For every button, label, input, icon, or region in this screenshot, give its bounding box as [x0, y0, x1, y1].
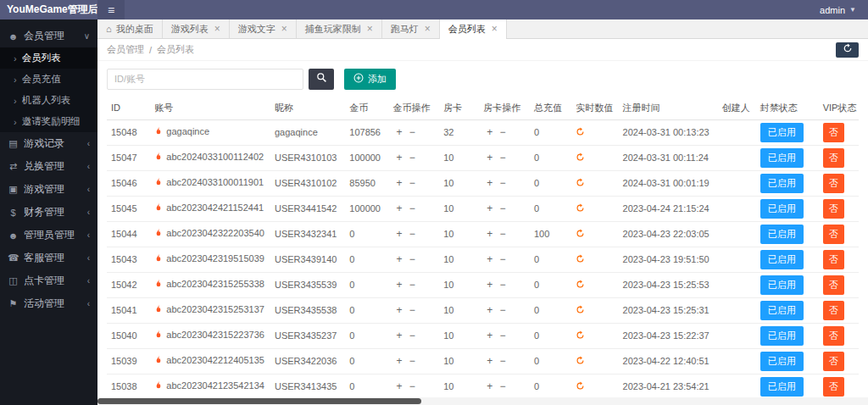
sidebar-item-admin-management[interactable]: ☻管理员管理‹ — [0, 224, 97, 247]
tab-member-list[interactable]: 会员列表× — [440, 19, 507, 38]
roomcard-plus-button[interactable]: + — [483, 330, 496, 341]
sidebar-item-game-records[interactable]: ▤游戏记录‹ — [0, 132, 97, 155]
gold-plus-button[interactable]: + — [393, 304, 406, 316]
gold-minus-button[interactable]: − — [406, 228, 419, 240]
tab-game-list[interactable]: 游戏列表× — [163, 19, 230, 38]
close-icon[interactable]: × — [367, 23, 373, 35]
vip-status-button[interactable]: 否 — [823, 250, 844, 269]
realtime-refresh-icon[interactable] — [576, 203, 585, 214]
gold-plus-button[interactable]: + — [393, 202, 406, 214]
gold-plus-button[interactable]: + — [393, 228, 406, 240]
vip-status-button[interactable]: 否 — [823, 174, 844, 193]
close-icon[interactable]: × — [214, 23, 220, 35]
roomcard-minus-button[interactable]: − — [496, 202, 509, 214]
close-icon[interactable]: × — [281, 23, 287, 35]
vip-status-button[interactable]: 否 — [823, 352, 844, 371]
gold-minus-button[interactable]: − — [406, 330, 419, 341]
gold-minus-button[interactable]: − — [406, 202, 419, 214]
roomcard-plus-button[interactable]: + — [483, 202, 496, 214]
gold-minus-button[interactable]: − — [406, 304, 419, 316]
roomcard-plus-button[interactable]: + — [483, 253, 496, 265]
roomcard-plus-button[interactable]: + — [483, 126, 496, 138]
realtime-refresh-icon[interactable] — [576, 153, 585, 164]
realtime-refresh-icon[interactable] — [576, 381, 585, 392]
realtime-refresh-icon[interactable] — [576, 305, 585, 316]
vip-status-button[interactable]: 否 — [823, 326, 844, 346]
tab-game-text[interactable]: 游戏文字× — [230, 19, 297, 38]
gold-plus-button[interactable]: + — [393, 355, 406, 367]
close-icon[interactable]: × — [492, 23, 498, 35]
add-button[interactable]: 添加 — [344, 69, 396, 90]
sidebar-subitem-invite-reward-detail[interactable]: ›邀请奖励明细 — [0, 111, 97, 132]
gold-minus-button[interactable]: − — [406, 355, 419, 367]
ban-status-button[interactable]: 已启用 — [760, 123, 804, 142]
roomcard-minus-button[interactable]: − — [496, 330, 509, 341]
gold-plus-button[interactable]: + — [393, 152, 406, 164]
gold-minus-button[interactable]: − — [406, 253, 419, 265]
gold-plus-button[interactable]: + — [393, 279, 406, 291]
sidebar-item-exchange-management[interactable]: ⇄兑换管理‹ — [0, 155, 97, 178]
sidebar-subitem-robot-list[interactable]: ›机器人列表 — [0, 90, 97, 111]
roomcard-minus-button[interactable]: − — [496, 126, 509, 138]
roomcard-plus-button[interactable]: + — [483, 177, 496, 189]
vip-status-button[interactable]: 否 — [823, 225, 844, 244]
gold-plus-button[interactable]: + — [393, 380, 406, 392]
ban-status-button[interactable]: 已启用 — [760, 326, 804, 346]
gold-minus-button[interactable]: − — [406, 152, 419, 164]
sidebar-item-member-management[interactable]: ☻会员管理∨ — [0, 25, 97, 47]
roomcard-minus-button[interactable]: − — [496, 228, 509, 240]
gold-plus-button[interactable]: + — [393, 330, 406, 341]
roomcard-plus-button[interactable]: + — [483, 355, 496, 367]
ban-status-button[interactable]: 已启用 — [760, 250, 804, 269]
horizontal-scrollbar-thumb[interactable] — [97, 398, 421, 404]
ban-status-button[interactable]: 已启用 — [760, 352, 804, 371]
gold-plus-button[interactable]: + — [393, 126, 406, 138]
realtime-refresh-icon[interactable] — [576, 127, 585, 138]
search-input[interactable] — [107, 69, 303, 90]
sidebar-item-service-management[interactable]: ☎客服管理‹ — [0, 247, 97, 269]
roomcard-plus-button[interactable]: + — [483, 228, 496, 240]
vip-status-button[interactable]: 否 — [823, 148, 844, 168]
sidebar-toggle-button[interactable]: ≡ — [97, 0, 125, 19]
refresh-button[interactable] — [836, 42, 859, 58]
ban-status-button[interactable]: 已启用 — [760, 301, 804, 320]
ban-status-button[interactable]: 已启用 — [760, 174, 804, 193]
gold-plus-button[interactable]: + — [393, 253, 406, 265]
tab-fishing-player-limit[interactable]: 捕鱼玩家限制× — [297, 19, 382, 38]
ban-status-button[interactable]: 已启用 — [760, 199, 804, 219]
gold-minus-button[interactable]: − — [406, 177, 419, 189]
realtime-refresh-icon[interactable] — [576, 330, 585, 341]
realtime-refresh-icon[interactable] — [576, 229, 585, 240]
realtime-refresh-icon[interactable] — [576, 356, 585, 367]
roomcard-plus-button[interactable]: + — [483, 380, 496, 392]
breadcrumb-section[interactable]: 会员管理 — [107, 43, 144, 56]
sidebar-item-game-management[interactable]: ▣游戏管理‹ — [0, 178, 97, 201]
realtime-refresh-icon[interactable] — [576, 254, 585, 265]
vip-status-button[interactable]: 否 — [823, 377, 844, 397]
roomcard-plus-button[interactable]: + — [483, 279, 496, 291]
vip-status-button[interactable]: 否 — [823, 199, 844, 219]
roomcard-minus-button[interactable]: − — [496, 177, 509, 189]
close-icon[interactable]: × — [425, 23, 431, 35]
realtime-refresh-icon[interactable] — [576, 280, 585, 291]
sidebar-item-card-management[interactable]: ◫点卡管理‹ — [0, 269, 97, 292]
realtime-refresh-icon[interactable] — [576, 178, 585, 189]
ban-status-button[interactable]: 已启用 — [760, 377, 804, 397]
roomcard-minus-button[interactable]: − — [496, 380, 509, 392]
tab-marquee[interactable]: 跑马灯× — [382, 19, 440, 38]
tab-my-desktop[interactable]: ⌂我的桌面 — [97, 19, 163, 38]
ban-status-button[interactable]: 已启用 — [760, 148, 804, 168]
gold-minus-button[interactable]: − — [406, 380, 419, 392]
roomcard-minus-button[interactable]: − — [496, 279, 509, 291]
vip-status-button[interactable]: 否 — [823, 275, 844, 295]
ban-status-button[interactable]: 已启用 — [760, 275, 804, 295]
roomcard-plus-button[interactable]: + — [483, 152, 496, 164]
search-button[interactable] — [309, 69, 334, 90]
sidebar-item-finance-management[interactable]: $财务管理‹ — [0, 201, 97, 224]
roomcard-minus-button[interactable]: − — [496, 304, 509, 316]
sidebar-subitem-member-recharge[interactable]: ›会员充值 — [0, 69, 97, 90]
sidebar-item-activity-management[interactable]: ⚑活动管理‹ — [0, 292, 97, 315]
roomcard-plus-button[interactable]: + — [483, 304, 496, 316]
gold-minus-button[interactable]: − — [406, 279, 419, 291]
roomcard-minus-button[interactable]: − — [496, 152, 509, 164]
